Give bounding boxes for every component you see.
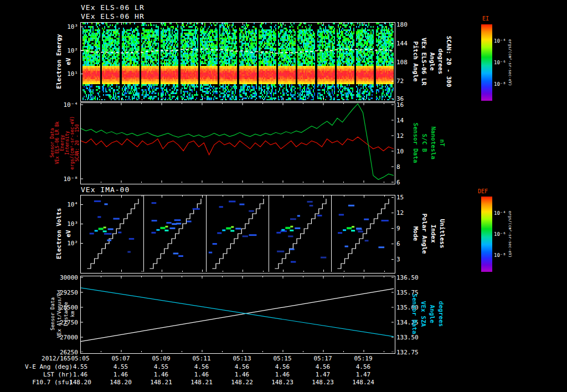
axis-title-ima-right_title-1-text: Polar Angle — [421, 214, 428, 254]
axis-tick-label-ephem-right-5: 132.75 — [396, 349, 430, 356]
ephemeris-value: 1.47 — [308, 371, 337, 378]
els-spectrogram-panel — [80, 22, 395, 102]
axis-title-intensity-left_title-3-text: Intensity — [65, 131, 70, 154]
axis-title-intensity-right_title-1-text: S/C B — [421, 133, 428, 152]
axis-tick-label-ephem-right-0: 136.50 — [396, 274, 430, 281]
ephemeris-value: 1.46 — [106, 371, 135, 378]
axis-tick-label-els-right-0: 180 — [396, 21, 430, 28]
ephemeris-value: 1.46 — [187, 371, 216, 378]
axis-tick-label-els-left-1: 10² — [0, 47, 78, 54]
axis-title-ima-left_title-0-text: Electron Volts — [55, 208, 63, 260]
axis-title-intensity-left_title-5-text: SCAN: 20 - 150 — [75, 124, 80, 161]
ima-spectrogram-canvas — [81, 195, 394, 272]
axis-title-ephem-right_title-1-text: VEx SZA — [420, 301, 427, 327]
ephemeris-value: 148.21 — [147, 379, 176, 386]
ephemeris-value: 148.20 — [106, 379, 135, 386]
axis-title-ephem-left_title-2-text: Distance — [63, 302, 69, 326]
axis-title-ephem-right_title-0-text: Sensor Data — [411, 294, 418, 334]
ephemeris-value: 1.46 — [147, 371, 176, 378]
time-tick-label-4: 05:13 — [228, 355, 256, 362]
colorbar-ei — [481, 24, 492, 101]
ephemeris-row-label-0: V-E Ang (deg) — [0, 363, 73, 370]
axis-title-ima-left_title-1-text: eV — [65, 230, 72, 237]
ephemeris-value: 1.47 — [349, 371, 378, 378]
axis-tick-label-intensity-right-0: 16 — [396, 101, 430, 109]
ephemeris-row-label-2: F10.7 (sfu) — [0, 379, 73, 386]
ephemeris-value: 4.55 — [106, 363, 135, 370]
axis-title-intensity-right_title-3-text: nT — [439, 139, 446, 146]
axis-tick-label-els-left-0: 10³ — [0, 23, 78, 30]
axis-title-els-left_title-0-text: Electron Energy — [55, 34, 63, 89]
colorbar-ei-title: EI — [482, 16, 489, 22]
ephemeris-value: 148.22 — [228, 379, 256, 386]
colorbar-tick-label: 10⁻⁸ — [494, 81, 506, 87]
axis-title-els-right_title-4-text: SCAN: 20 - 300 — [445, 36, 452, 87]
ephemeris-value: 4.56 — [349, 363, 378, 370]
ephemeris-value: 4.56 — [187, 363, 216, 370]
ephemeris-value: 148.20 — [66, 379, 95, 386]
time-tick-label-5: 05:15 — [268, 355, 297, 362]
axis-tick-label-intensity-left-0: 10⁻⁴ — [0, 101, 78, 109]
ephemeris-value: 1.46 — [66, 371, 95, 378]
axis-title-intensity-left_title-1-text: VEx ELS-06 LR Bk — [55, 121, 60, 164]
axis-tick-label-ephem-left-1: 29250 — [0, 289, 78, 296]
ephemeris-row-label-1: LST (hr) — [0, 371, 73, 378]
colorbar-tick-label: 10⁻⁸ — [494, 252, 506, 258]
axis-tick-label-ima-right-0: 15 — [396, 194, 430, 201]
time-tick-label-3: 05:11 — [187, 355, 216, 362]
axis-tick-label-ima-right-4: 3 — [396, 256, 430, 263]
axis-title-intensity-left_title-0-text: Sensor Data — [50, 128, 55, 158]
axis-title-intensity-right_title-0-text: Sensor Data — [412, 123, 419, 163]
ephemeris-value: 1.46 — [228, 371, 256, 378]
altitude-sza-panel — [80, 276, 395, 354]
axis-title-intensity-left_title-2-text: Energy — [60, 135, 65, 151]
axis-tick-label-ima-left-0: 10⁴ — [0, 201, 78, 208]
axis-title-els-right_title-2-text: Angle — [429, 52, 436, 70]
intensity-bfield-chart — [81, 103, 394, 183]
axis-title-els-right_title-0-text: Pitch Angle — [412, 42, 419, 82]
time-tick-label-2: 05:09 — [147, 355, 176, 362]
axis-tick-label-ephem-left-4: 27000 — [0, 334, 78, 341]
axis-tick-label-ima-left-2: 10² — [0, 240, 78, 247]
ephemeris-value: 148.23 — [268, 379, 297, 386]
axis-tick-label-intensity-right-5: 6 — [396, 179, 430, 186]
els-spectrogram-canvas — [81, 23, 394, 100]
axis-title-els-right_title-1-text: VEx ELS-06 LR — [420, 38, 427, 85]
ephemeris-value: 148.21 — [187, 379, 216, 386]
ephemeris-value: 4.56 — [308, 363, 337, 370]
ephemeris-value: 148.23 — [308, 379, 337, 386]
ima-spectrogram-panel — [80, 195, 395, 274]
ephemeris-value: 4.56 — [268, 363, 297, 370]
axis-title-intensity-left_title-4-text: ergs/(cm²-sr-sec-eV) — [70, 116, 75, 169]
axis-title-ephem-left_title-3-text: km — [70, 311, 75, 317]
axis-tick-label-intensity-left-1: 10⁻⁸ — [0, 176, 78, 183]
axis-title-ephem-left_title-0-text: Sensor Data — [50, 297, 55, 331]
plot-title-ima: VEx IMA-00 — [81, 185, 130, 194]
axis-title-ima-right_title-2-text: Index — [430, 224, 437, 243]
time-tick-label-6: 05:17 — [308, 355, 337, 362]
colorbar-tick-label: 10⁻⁶ — [494, 231, 506, 237]
colorbar-def-title: DEF — [478, 188, 488, 194]
time-tick-label-1: 05:07 — [106, 355, 135, 362]
axis-title-ephem-right_title-3-text: degrees — [437, 301, 445, 327]
ephemeris-value: 148.24 — [349, 379, 378, 386]
time-tick-label-7: 05:19 — [349, 355, 378, 362]
colorbar-tick-label: 10⁻⁶ — [494, 60, 506, 65]
ephemeris-value: 4.55 — [66, 363, 95, 370]
axis-tick-label-els-left-2: 10¹ — [0, 70, 78, 78]
axis-tick-label-ima-left-1: 10³ — [0, 220, 78, 228]
colorbar-tick-label: 10⁻⁴ — [494, 210, 506, 216]
colorbar-def — [481, 197, 492, 272]
axis-tick-label-ephem-left-0: 30000 — [0, 274, 78, 281]
axis-title-intensity-right_title-2-text: Nanotesla — [430, 126, 437, 159]
axis-tick-label-intensity-right-4: 8 — [396, 163, 430, 171]
axis-title-ephem-left_title-1-text: VEx Alt/Venus/Pd — [56, 290, 62, 338]
axis-tick-label-ephem-right-4: 133.50 — [396, 334, 430, 341]
axis-title-els-left_title-1-text: eV — [65, 58, 72, 65]
ephemeris-value: 4.56 — [228, 363, 256, 370]
axis-title-ephem-right_title-2-text: Angle — [429, 305, 436, 323]
altitude-sza-chart — [81, 276, 394, 352]
ephemeris-value: 4.55 — [147, 363, 176, 370]
colorbar-tick-label: 10⁻⁴ — [494, 38, 506, 44]
axis-title-ima-right_title-0-text: Mode — [412, 226, 419, 241]
